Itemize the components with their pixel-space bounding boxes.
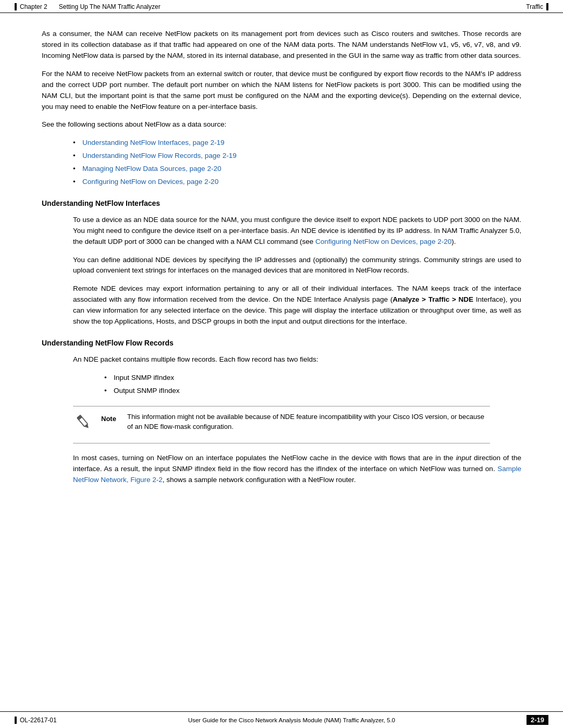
svg-marker-1 <box>84 424 90 429</box>
header-section-label: Traffic <box>526 3 543 10</box>
list-item: Managing NetFlow Data Sources, page 2-20 <box>73 164 521 175</box>
intro-paragraph-2: For the NAM to receive NetFlow packets f… <box>42 69 521 113</box>
section2-heading: Understanding NetFlow Flow Records <box>42 338 521 349</box>
list-item-output: Output SNMP ifIndex <box>104 386 521 397</box>
intro-paragraph-1: As a consumer, the NAM can receive NetFl… <box>42 29 521 61</box>
main-content: As a consumer, the NAM can receive NetFl… <box>0 13 563 535</box>
page-footer: OL-22617-01 User Guide for the Cisco Net… <box>0 711 563 728</box>
section2-content: An NDE packet contains multiple flow rec… <box>73 354 521 397</box>
header-title: Setting Up The NAM Traffic Analyzer <box>59 3 161 10</box>
section1-para1: To use a device as an NDE data source fo… <box>73 215 521 248</box>
note-text: This information might not be available … <box>127 412 490 432</box>
footer-doc-number: OL-22617-01 <box>20 717 57 724</box>
list-item: Understanding NetFlow Flow Records, page… <box>73 151 521 162</box>
output-snmp-label: Output SNMP ifIndex <box>114 387 180 394</box>
note-pencil-icon <box>73 413 94 438</box>
header-right-bar <box>546 3 548 10</box>
list-item: Configuring NetFlow on Devices, page 2-2… <box>73 177 521 188</box>
section1-heading: Understanding NetFlow Interfaces <box>42 198 521 209</box>
netflow-links-list: Understanding NetFlow Interfaces, page 2… <box>73 138 521 188</box>
list-item-input: Input SNMP ifIndex <box>104 373 521 384</box>
header-left: Chapter 2 Setting Up The NAM Traffic Ana… <box>15 3 161 10</box>
link-configuring[interactable]: Configuring NetFlow on Devices, page 2-2… <box>82 178 218 186</box>
header-chapter: Chapter 2 <box>20 3 47 10</box>
section1-content: To use a device as an NDE data source fo… <box>73 215 521 327</box>
header-right: Traffic <box>526 3 548 10</box>
footer-page-number: 2-19 <box>527 715 548 725</box>
snmp-bullets: Input SNMP ifIndex Output SNMP ifIndex <box>104 373 521 397</box>
note-box: Note This information might not be avail… <box>73 406 490 443</box>
footer-left-bar <box>15 717 17 724</box>
section1-para2: You can define additional NDE devices by… <box>73 255 521 277</box>
footer-left: OL-22617-01 <box>15 717 57 724</box>
link-flow-records[interactable]: Understanding NetFlow Flow Records, page… <box>82 152 237 159</box>
header-left-bar <box>15 3 17 10</box>
link-interfaces[interactable]: Understanding NetFlow Interfaces, page 2… <box>82 139 224 146</box>
section2-final-para: In most cases, turning on NetFlow on an … <box>73 453 521 486</box>
list-item: Understanding NetFlow Interfaces, page 2… <box>73 138 521 149</box>
link-data-sources[interactable]: Managing NetFlow Data Sources, page 2-20 <box>82 165 221 172</box>
note-label: Note <box>101 414 120 424</box>
see-sections-label: See the following sections about NetFlow… <box>42 119 521 130</box>
note-icon-svg <box>74 413 93 431</box>
section1-para3: Remote NDE devices may export informatio… <box>73 283 521 327</box>
page-header: Chapter 2 Setting Up The NAM Traffic Ana… <box>0 0 563 13</box>
footer-center-text: User Guide for the Cisco Network Analysi… <box>57 717 527 723</box>
section2-intro: An NDE packet contains multiple flow rec… <box>73 354 521 365</box>
input-snmp-label: Input SNMP ifIndex <box>114 374 174 381</box>
section2-para1: In most cases, turning on NetFlow on an … <box>73 453 521 486</box>
link-configuring-devices[interactable]: Configuring NetFlow on Devices, page 2-2… <box>315 238 451 245</box>
